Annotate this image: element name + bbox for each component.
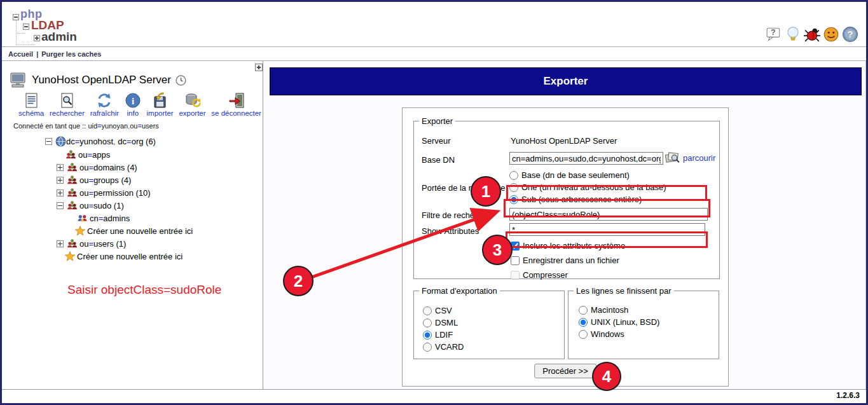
toolbar-item-import[interactable]: importer bbox=[147, 92, 174, 117]
tree-item-root[interactable]: dc=yunohost, dc=org (6) bbox=[2, 135, 263, 148]
scope-radio-one[interactable] bbox=[509, 183, 518, 192]
refresh-icon bbox=[96, 92, 113, 109]
logo-minus-icon bbox=[13, 14, 19, 20]
format-radio-ldif[interactable] bbox=[423, 331, 432, 340]
scope-option-one[interactable]: One (un niveau au-dessous de la base) bbox=[509, 182, 666, 192]
tree-item-label[interactable]: dc=yunohost, dc=org (6) bbox=[66, 135, 156, 148]
tree-item-cn-admins[interactable]: cn=admins bbox=[2, 212, 263, 225]
eol-option-windows[interactable]: Windows bbox=[579, 329, 624, 339]
tree-item-ou-permission[interactable]: ou=permission (10) bbox=[2, 187, 263, 200]
tree-item-label[interactable]: ou=apps bbox=[78, 149, 110, 161]
scope-option-sub[interactable]: Sub (sous-arborescence entière) bbox=[509, 195, 642, 204]
help-icon[interactable]: ? bbox=[842, 26, 858, 43]
tree-item-label[interactable]: ou=permission (10) bbox=[79, 187, 151, 200]
breadcrumb-home-link[interactable]: Accueil bbox=[8, 50, 33, 58]
logout-icon bbox=[228, 92, 245, 109]
people-icon bbox=[67, 188, 78, 198]
tree-item-label[interactable]: ou=groups (4) bbox=[79, 174, 131, 187]
tree-item-ou-domains[interactable]: ou=domains (4) bbox=[2, 161, 263, 174]
format-option-csv[interactable]: CSV bbox=[423, 306, 452, 315]
star-icon bbox=[64, 251, 75, 262]
scope-option-label: Sub (sous-arborescence entière) bbox=[521, 195, 642, 204]
save-to-file-option[interactable]: Enregistrer dans un fichier bbox=[511, 256, 619, 265]
expand-icon[interactable] bbox=[57, 240, 64, 247]
show-attributes-input[interactable] bbox=[509, 223, 705, 236]
eol-radio-macintosh[interactable] bbox=[579, 306, 588, 315]
toolbar-item-label: rechercher bbox=[50, 109, 85, 117]
tree-item-label[interactable]: cn=admins bbox=[90, 212, 130, 225]
toolbar-item-logout[interactable]: se déconnecter bbox=[211, 92, 261, 117]
toolbar-item-search[interactable]: rechercher bbox=[50, 92, 85, 117]
donate-smiley-icon[interactable] bbox=[823, 26, 839, 43]
expand-icon[interactable] bbox=[57, 189, 64, 196]
logo-admin-text: admin bbox=[41, 30, 77, 44]
tooltip-icon[interactable]: ? bbox=[766, 26, 782, 43]
tree-item-create-entry-root[interactable]: Créer une nouvelle entrée ici bbox=[2, 251, 263, 263]
hint-bulb-icon[interactable] bbox=[785, 26, 801, 43]
tree-item-label[interactable]: ou=sudo (1) bbox=[79, 200, 124, 212]
toolbar-item-export[interactable]: exporter bbox=[179, 92, 205, 117]
tree-item-ou-groups[interactable]: ou=groups (4) bbox=[2, 174, 263, 187]
show-attributes-label: Show Attributes bbox=[422, 226, 479, 236]
format-option-label: DSML bbox=[435, 318, 458, 327]
expand-icon[interactable] bbox=[57, 177, 64, 184]
format-option-ldif[interactable]: LDIF bbox=[423, 330, 453, 340]
tree-item-create-entry-sudo[interactable]: Créer une nouvelle entrée ici bbox=[2, 225, 263, 238]
tree-item-label[interactable]: ou=domains (4) bbox=[79, 161, 137, 174]
eol-option-macintosh[interactable]: Macintosh bbox=[579, 305, 628, 315]
search-filter-input[interactable] bbox=[509, 208, 708, 221]
export-container: Exporter Serveur YunoHost OpenLDAP Serve… bbox=[402, 107, 729, 387]
people-icon bbox=[67, 175, 78, 186]
logo-plus-icon bbox=[34, 35, 40, 41]
toolbar-item-refresh[interactable]: rafraîchir bbox=[90, 92, 119, 117]
eol-radio-unix[interactable] bbox=[579, 318, 588, 327]
admins-group-icon bbox=[77, 213, 88, 224]
collapse-icon[interactable] bbox=[57, 202, 64, 209]
toolbar-item-label: exporter bbox=[179, 109, 205, 117]
people-icon bbox=[67, 238, 78, 249]
compress-checkbox bbox=[511, 271, 520, 280]
browse-link[interactable]: parcourir bbox=[683, 153, 715, 163]
format-radio-csv[interactable] bbox=[423, 306, 432, 315]
format-option-dsml[interactable]: DSML bbox=[423, 318, 458, 327]
import-icon bbox=[152, 92, 169, 109]
topbar-icons: ? ? bbox=[766, 26, 858, 43]
eol-option-unix[interactable]: UNIX (Linux, BSD) bbox=[579, 317, 659, 327]
eol-option-label: Macintosh bbox=[591, 305, 628, 315]
annotation-instruction-text: Saisir objectClass=sudoRole bbox=[67, 283, 221, 297]
maximize-tree-icon[interactable] bbox=[255, 64, 263, 71]
tree-item-label[interactable]: Créer une nouvelle entrée ici bbox=[87, 225, 193, 238]
server-value: YunoHost OpenLDAP Server bbox=[511, 136, 617, 146]
base-dn-input[interactable] bbox=[509, 152, 663, 165]
expand-icon[interactable] bbox=[57, 164, 64, 171]
tree-item-label[interactable]: Créer une nouvelle entrée ici bbox=[77, 251, 183, 263]
format-radio-dsml[interactable] bbox=[423, 319, 432, 327]
include-system-attrs-checkbox[interactable] bbox=[511, 242, 520, 251]
bug-report-icon[interactable] bbox=[804, 26, 820, 43]
toolbar-item-label: se déconnecter bbox=[211, 109, 261, 117]
toolbar-item-info[interactable]: i info bbox=[125, 92, 141, 117]
save-to-file-checkbox[interactable] bbox=[511, 256, 520, 265]
tree-item-label[interactable]: ou=users (1) bbox=[79, 238, 126, 251]
scope-radio-sub[interactable] bbox=[509, 195, 518, 204]
server-label: Serveur bbox=[422, 136, 451, 146]
include-system-attrs-option[interactable]: Inclure les attributs système bbox=[511, 241, 625, 251]
tree-item-ou-users[interactable]: ou=users (1) bbox=[2, 238, 263, 251]
browse-icon[interactable] bbox=[665, 150, 682, 165]
checkbox-label: Enregistrer dans un fichier bbox=[523, 256, 619, 265]
scope-option-base[interactable]: Base (dn de base seulement) bbox=[509, 170, 630, 180]
toolbar-item-schema[interactable]: schéma bbox=[18, 92, 44, 117]
eol-radio-windows[interactable] bbox=[579, 330, 588, 339]
breadcrumb-purge-cache-link[interactable]: Purger les caches bbox=[41, 50, 101, 58]
format-option-vcard[interactable]: VCARD bbox=[423, 342, 464, 352]
export-format-fieldset: Format d'exportation CSV DSML LDIF VCARD bbox=[413, 286, 565, 359]
format-radio-vcard[interactable] bbox=[423, 343, 432, 352]
tree-item-ou-sudo[interactable]: ou=sudo (1) bbox=[2, 200, 263, 212]
proceed-button[interactable]: Procéder >> bbox=[534, 364, 596, 378]
checkbox-label: Inclure les attributs système bbox=[523, 241, 625, 251]
scope-radio-base[interactable] bbox=[509, 171, 518, 180]
sidebar-toolbar: schéma rechercher rafraîchir i info impo… bbox=[18, 92, 261, 117]
tree-item-ou-apps[interactable]: ou=apps bbox=[2, 149, 263, 161]
collapse-icon[interactable] bbox=[45, 138, 52, 145]
svg-text:?: ? bbox=[771, 28, 775, 37]
